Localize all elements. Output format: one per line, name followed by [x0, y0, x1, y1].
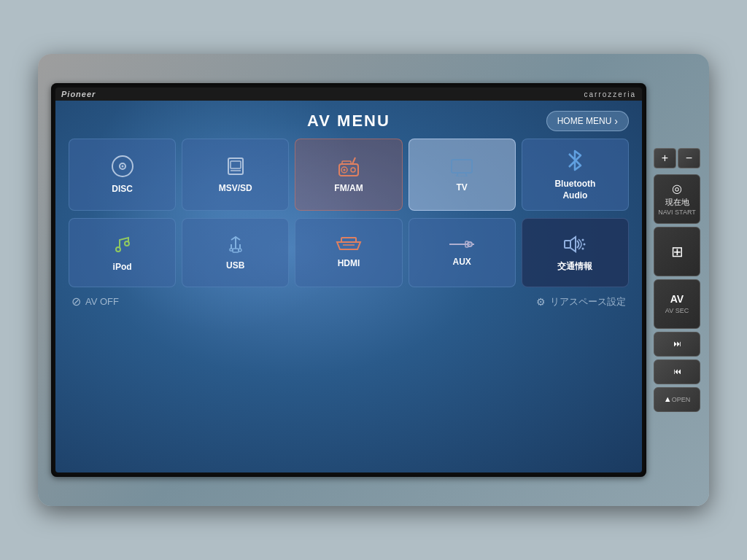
- usb-icon: [224, 234, 247, 254]
- ipod-label: iPod: [113, 262, 132, 273]
- menu-item-msvsd[interactable]: MSV/SD: [182, 139, 289, 211]
- av-off-icon: ⊘: [71, 295, 81, 308]
- menu-row-2: iPod: [69, 218, 629, 287]
- car-unit: Pioneer carrozzeria AV MENU HOME MENU: [38, 54, 709, 506]
- menu-item-traffic[interactable]: 交通情報: [522, 218, 629, 287]
- tv-icon: [449, 156, 474, 176]
- traffic-icon: [562, 233, 587, 255]
- svg-rect-4: [231, 161, 241, 168]
- svg-point-34: [584, 243, 586, 245]
- ipod-icon: [112, 233, 133, 256]
- svg-point-17: [125, 241, 129, 246]
- fmam-icon: [336, 155, 361, 177]
- carrozzeria-logo: carrozzeria: [584, 90, 636, 98]
- rear-setting-button[interactable]: ⚙ リアスペース設定: [536, 295, 626, 308]
- screen-title: AV MENU: [255, 112, 442, 131]
- aux-icon: [448, 238, 476, 251]
- fmam-label: FM/AM: [334, 183, 363, 195]
- rear-setting-label: リアスペース設定: [550, 295, 626, 308]
- traffic-label: 交通情報: [557, 261, 592, 273]
- menu-grid-button[interactable]: ⊞: [654, 227, 700, 276]
- screen-header: AV MENU HOME MENU: [69, 111, 629, 131]
- svg-point-29: [469, 244, 471, 245]
- menu-row-1: DISC MSV/SD: [69, 139, 629, 211]
- current-location-button[interactable]: ◎ 現在地 NAVI START: [654, 174, 700, 224]
- eject-button[interactable]: ▲ OPEN: [654, 387, 700, 412]
- skip-forward-button[interactable]: ⏭: [654, 332, 700, 357]
- svg-rect-32: [565, 241, 570, 248]
- svg-marker-24: [337, 242, 360, 249]
- tv-label: TV: [457, 182, 468, 194]
- av-button[interactable]: AV AV SEC: [654, 279, 700, 329]
- svg-rect-25: [341, 238, 356, 242]
- svg-point-9: [343, 168, 345, 171]
- hdmi-icon: [336, 236, 362, 252]
- menu-item-fmam[interactable]: FM/AM: [295, 139, 402, 211]
- svg-point-10: [351, 168, 355, 172]
- navi-start-label: NAVI START: [658, 209, 696, 217]
- location-icon: ◎: [672, 182, 682, 195]
- svg-rect-11: [342, 161, 351, 164]
- menu-item-aux[interactable]: AUX: [409, 218, 516, 287]
- svg-point-2: [121, 165, 123, 167]
- current-location-label: 現在地: [665, 198, 689, 207]
- svg-rect-12: [452, 160, 472, 173]
- screen-footer: ⊘ AV OFF ⚙ リアスペース設定: [69, 295, 629, 308]
- screen: AV MENU HOME MENU DISC: [55, 101, 642, 472]
- menu-item-hdmi[interactable]: HDMI: [295, 218, 402, 287]
- disc-label: DISC: [112, 184, 133, 195]
- disc-icon: [111, 155, 134, 178]
- pioneer-logo: Pioneer: [61, 90, 96, 98]
- av-sub-label: AV SEC: [665, 307, 689, 315]
- volume-controls: + −: [654, 148, 700, 168]
- menu-item-usb[interactable]: USB: [182, 218, 289, 287]
- menu-item-bluetooth[interactable]: Bluetooth Audio: [522, 139, 629, 211]
- skip-back-button[interactable]: ⏮: [654, 359, 700, 384]
- av-off-button[interactable]: ⊘ AV OFF: [71, 295, 119, 308]
- msvsd-label: MSV/SD: [219, 183, 252, 195]
- svg-point-35: [582, 247, 584, 249]
- bluetooth-icon: [565, 148, 584, 173]
- menu-item-tv[interactable]: TV: [409, 139, 516, 211]
- home-menu-button[interactable]: HOME MENU: [546, 111, 629, 131]
- msvsd-icon: [225, 155, 247, 177]
- screen-bezel: Pioneer carrozzeria AV MENU HOME MENU: [51, 83, 646, 477]
- svg-line-7: [352, 158, 355, 164]
- bluetooth-label: Bluetooth Audio: [554, 179, 595, 201]
- open-label: OPEN: [672, 396, 691, 404]
- side-controls: + − ◎ 現在地 NAVI START ⊞ AV AV SEC ⏭ ⏮ ▲ O…: [654, 148, 700, 412]
- aux-label: AUX: [453, 257, 471, 268]
- menu-item-disc[interactable]: DISC: [69, 139, 176, 211]
- svg-rect-23: [233, 249, 239, 252]
- brand-bar: Pioneer carrozzeria: [55, 88, 642, 101]
- hdmi-label: HDMI: [338, 258, 360, 270]
- usb-label: USB: [226, 260, 244, 272]
- grid-icon: ⊞: [671, 243, 684, 260]
- svg-point-16: [116, 247, 120, 252]
- volume-plus-button[interactable]: +: [654, 148, 676, 168]
- rear-setting-icon: ⚙: [536, 296, 546, 308]
- av-label: AV: [670, 293, 684, 306]
- menu-item-ipod[interactable]: iPod: [69, 218, 176, 287]
- volume-minus-button[interactable]: −: [678, 148, 700, 168]
- eject-icon: ▲: [664, 394, 672, 404]
- svg-point-33: [582, 238, 584, 241]
- av-off-label: AV OFF: [85, 296, 119, 307]
